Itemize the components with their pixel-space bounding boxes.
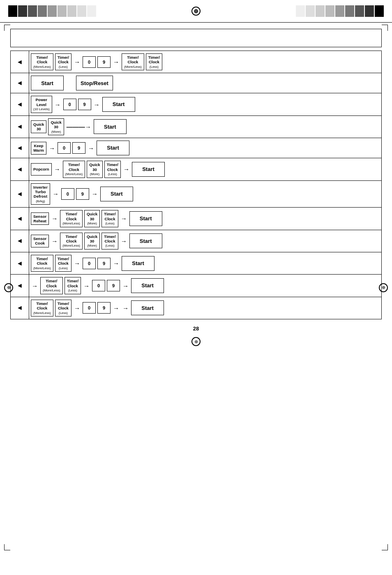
arrow-12: → bbox=[51, 215, 58, 222]
q30m-label-8: Quick30 bbox=[87, 212, 97, 221]
power-level-btn[interactable]: PowerLevel (10 Levels) bbox=[31, 96, 52, 113]
timer-clock-more-less-btn-10a[interactable]: Timer/Clock (More/Less) bbox=[31, 255, 53, 272]
tcml-label-10a: Timer/Clock bbox=[36, 256, 48, 266]
rcal-block-2 bbox=[306, 5, 315, 17]
tcml-sub-12a: (More/Less) bbox=[33, 311, 51, 315]
row5-sequence: KeepWarm → 0 9 → Start bbox=[29, 138, 382, 158]
start-btn-row9[interactable]: Start bbox=[129, 233, 162, 248]
row10-sequence: Timer/Clock (More/Less) Timer/Clock (Les… bbox=[29, 252, 382, 275]
timer-clock-more-less-btn-2[interactable]: Timer/Clock (More/Less) bbox=[122, 53, 144, 70]
timer-clock-more-less-btn-11a[interactable]: Timer/Clock (More/Less) bbox=[40, 277, 63, 294]
num-box-0-12: 0 bbox=[83, 302, 96, 314]
num-box-9-5: 9 bbox=[72, 142, 85, 154]
table-row: ◄ PowerLevel (10 Levels) → 0 9 → Start bbox=[11, 93, 382, 115]
row-icon-11: ◄ bbox=[11, 275, 29, 297]
sc-label: SensorCook bbox=[33, 236, 46, 246]
start-btn-row4[interactable]: Start bbox=[94, 119, 127, 134]
tcl-label-10a: Timer/Clock bbox=[58, 256, 69, 266]
rcal-block-8 bbox=[365, 5, 374, 17]
row6-sequence: Popcorn → Timer/Clock (More/Less) Quick3… bbox=[29, 158, 382, 180]
start-btn-row6[interactable]: Start bbox=[132, 162, 165, 177]
corner-mark-tr bbox=[382, 25, 388, 31]
side-compass-right: ⊕ bbox=[379, 283, 388, 292]
timer-clock-more-less-btn-8[interactable]: Timer/Clock (More/Less) bbox=[60, 210, 83, 227]
timer-clock-more-less-btn-1[interactable]: Timer/Clock (More/Less) bbox=[31, 53, 53, 70]
table-row: ◄ Quick30 Quick30 (More) ———→ Start bbox=[11, 115, 382, 138]
timer-clock-less-label-2: Timer/Clock bbox=[148, 55, 160, 65]
timer-clock-more-less-btn-9[interactable]: Timer/Clock (More/Less) bbox=[60, 233, 83, 249]
tcml-sub-11a: (More/Less) bbox=[43, 289, 60, 293]
side-compass-left: ⊕ bbox=[4, 283, 13, 292]
tcl-sub-8: (Less) bbox=[105, 222, 114, 226]
cal-block-3 bbox=[28, 5, 37, 17]
timer-clock-less-btn-6[interactable]: Timer/Clock (Less) bbox=[104, 161, 121, 178]
sr-label: SensorReheat bbox=[33, 214, 46, 224]
timer-clock-less-btn-2[interactable]: Timer/Clock (Less) bbox=[146, 53, 162, 70]
arrow-15: → bbox=[121, 238, 127, 245]
timer-clock-less-btn-8[interactable]: Timer/Clock (Less) bbox=[101, 210, 118, 227]
timer-clock-less-btn-10a[interactable]: Timer/Clock (Less) bbox=[55, 255, 71, 272]
bottom-compass: ⊕ bbox=[10, 334, 382, 349]
cal-block-9 bbox=[87, 5, 96, 17]
table-row: ◄ InverterTurboDefrost (lb/kg) → 0 9 → S… bbox=[11, 180, 382, 208]
timer-clock-less-btn-12a[interactable]: Timer/Clock (Less) bbox=[55, 300, 71, 316]
bullet-icon-2: ◄ bbox=[16, 79, 23, 86]
cal-block-6 bbox=[58, 5, 67, 17]
quick30-more-btn-9[interactable]: Quick30 (More) bbox=[84, 233, 100, 249]
tcl-label-8: Timer/Clock bbox=[104, 212, 115, 221]
timer-clock-less-label: Timer/Clock bbox=[58, 55, 69, 65]
quick30-more-btn-6[interactable]: Quick30 (More) bbox=[87, 161, 102, 178]
row12-sequence: Timer/Clock (More/Less) Timer/Clock (Les… bbox=[29, 297, 382, 319]
tcl-label-11a: Timer/Clock bbox=[67, 279, 78, 288]
cal-block-8 bbox=[77, 5, 86, 17]
power-level-sub: (10 Levels) bbox=[33, 107, 50, 111]
quick30-btn[interactable]: Quick30 bbox=[31, 120, 46, 133]
instruction-table: ◄ Timer/Clock (More/Less) Timer/Clock (L… bbox=[10, 51, 382, 319]
stop-reset-btn[interactable]: Stop/Reset bbox=[76, 76, 113, 90]
cal-block-7 bbox=[67, 5, 76, 17]
table-row: ◄ Start Stop/Reset bbox=[11, 73, 382, 93]
timer-clock-label-2: Timer/Clock bbox=[127, 55, 138, 65]
quick30-more-btn[interactable]: Quick30 (More) bbox=[48, 118, 64, 135]
quick30-more-label: Quick30 bbox=[51, 120, 61, 129]
start-btn-row2[interactable]: Start bbox=[31, 76, 64, 90]
start-btn-row3[interactable]: Start bbox=[102, 97, 135, 112]
arrow-16: → bbox=[74, 260, 80, 267]
row2-sequence: Start Stop/Reset bbox=[29, 73, 382, 93]
bullet-icon-9: ◄ bbox=[16, 237, 23, 244]
tcl-sub-6: (Less) bbox=[108, 172, 117, 176]
timer-clock-more-less-btn-12a[interactable]: Timer/Clock (More/Less) bbox=[31, 300, 53, 316]
start-btn-row7[interactable]: Start bbox=[100, 187, 133, 201]
bullet-icon-7: ◄ bbox=[16, 190, 23, 197]
quick30-more-sub: (More) bbox=[51, 130, 61, 134]
tcl-label-6: Timer/Clock bbox=[107, 162, 118, 172]
bullet-icon-11: ◄ bbox=[16, 282, 23, 289]
timer-clock-more-less-btn-6[interactable]: Timer/Clock (More/Less) bbox=[63, 161, 85, 178]
row-icon-2: ◄ bbox=[11, 73, 29, 93]
sensor-reheat-btn[interactable]: SensorReheat bbox=[31, 212, 49, 225]
arrow-20: → bbox=[122, 282, 129, 289]
start-btn-row8[interactable]: Start bbox=[129, 211, 162, 226]
timer-clock-less-btn-1[interactable]: Timer/Clock (Less) bbox=[55, 53, 71, 70]
sensor-cook-btn[interactable]: SensorCook bbox=[31, 235, 49, 247]
start-btn-row5[interactable]: Start bbox=[97, 141, 129, 155]
inverter-turbo-btn[interactable]: InverterTurboDefrost (lb/kg) bbox=[31, 183, 50, 205]
table-row: ◄ Timer/Clock (More/Less) Timer/Clock (L… bbox=[11, 297, 382, 319]
num-box-0-5: 0 bbox=[58, 142, 71, 154]
timer-clock-less-btn-11a[interactable]: Timer/Clock (Less) bbox=[65, 277, 81, 294]
arrow-18: → bbox=[32, 282, 38, 289]
row-icon-8: ◄ bbox=[11, 208, 29, 230]
keep-warm-btn[interactable]: KeepWarm bbox=[31, 142, 46, 155]
power-level-label: PowerLevel bbox=[36, 97, 48, 107]
row8-sequence: SensorReheat → Timer/Clock (More/Less) Q… bbox=[29, 208, 382, 230]
start-btn-row12[interactable]: Start bbox=[131, 300, 164, 315]
timer-clock-less-btn-9[interactable]: Timer/Clock (Less) bbox=[101, 233, 118, 249]
rcal-block-1 bbox=[296, 5, 305, 17]
start-btn-row10[interactable]: Start bbox=[122, 256, 154, 271]
popcorn-btn[interactable]: Popcorn bbox=[31, 163, 52, 176]
bullet-icon-8: ◄ bbox=[16, 215, 23, 222]
right-calibration-blocks bbox=[296, 5, 384, 17]
quick30-more-btn-8[interactable]: Quick30 (More) bbox=[84, 210, 100, 227]
tcl-label-12a: Timer/Clock bbox=[58, 301, 69, 311]
start-btn-row11[interactable]: Start bbox=[131, 278, 164, 293]
